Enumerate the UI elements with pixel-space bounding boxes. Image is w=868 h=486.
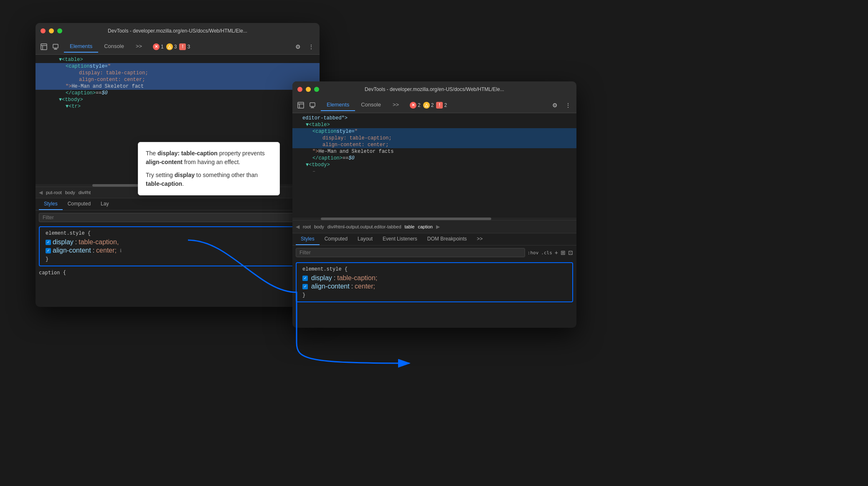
- breadcrumb-2: ◀ root body div#html-output.output.edito…: [292, 220, 576, 233]
- tab-console-1[interactable]: Console: [98, 40, 130, 53]
- svg-rect-3: [53, 44, 58, 48]
- warning-count-1: 3: [174, 44, 177, 50]
- exp-p2-post: to something other than: [195, 172, 258, 178]
- breadcrumb-item-div[interactable]: div#ht: [77, 189, 92, 196]
- breadcrumb-back-2[interactable]: ◀: [296, 224, 299, 230]
- titlebar-1: DevTools - developer.mozilla.org/en-US/d…: [36, 23, 320, 39]
- warning-icon-1: △: [166, 43, 173, 50]
- window-title-1: DevTools - developer.mozilla.org/en-US/d…: [108, 28, 247, 34]
- filter-hov[interactable]: :hov: [528, 250, 539, 256]
- filter-box[interactable]: ⊡: [568, 249, 573, 256]
- panel-tab-more-2[interactable]: >>: [472, 233, 488, 245]
- css-rule-selector-1: element.style {: [42, 229, 313, 238]
- info-count-2: 2: [444, 102, 447, 108]
- css-prop-display-2: display : table-caption;: [299, 274, 570, 282]
- html-line-tr: ▼<tr>: [36, 103, 320, 110]
- info-icon-1: !: [179, 43, 186, 50]
- checkbox-display-2[interactable]: [302, 276, 308, 281]
- device-icon-2[interactable]: [307, 100, 317, 110]
- css-prop-display-1: display : table-caption,: [42, 238, 313, 246]
- badges-1: ✕ 1 △ 3 ! 3: [153, 43, 190, 50]
- breadcrumb-body-2[interactable]: body: [312, 223, 326, 230]
- exp-p1-post: property prevents: [218, 150, 265, 157]
- html-line2-tbody: ▼<tbody>: [292, 162, 576, 168]
- minimize-button-1[interactable]: [49, 28, 54, 33]
- minimize-button-2[interactable]: [306, 87, 311, 92]
- checkbox-align-2[interactable]: [302, 284, 308, 289]
- html-line-display: display: table-caption;: [36, 70, 320, 76]
- breadcrumb-table-2[interactable]: table: [403, 223, 416, 230]
- titlebar-2: DevTools - developer.mozilla.org/en-US/d…: [292, 81, 576, 97]
- devtools-window-2: DevTools - developer.mozilla.org/en-US/d…: [292, 81, 576, 328]
- panel-tab-styles-2[interactable]: Styles: [296, 233, 320, 245]
- html-line2-display: display: table-caption;: [292, 135, 576, 142]
- toolbar-2: Elements Console >> ✕ 2 △ 2 ! 2 ⚙ ⋮: [292, 97, 576, 113]
- maximize-button-1[interactable]: [57, 28, 62, 33]
- exp-p1-pre: The: [146, 150, 157, 157]
- filter-input-1[interactable]: [39, 213, 316, 222]
- tab-more-2[interactable]: >>: [387, 99, 405, 111]
- filter-grid[interactable]: ⊞: [561, 249, 566, 256]
- svg-rect-0: [41, 44, 47, 50]
- filter-add[interactable]: +: [555, 249, 558, 256]
- tab-elements-2[interactable]: Elements: [321, 99, 355, 111]
- html-line-table: ▼<table>: [36, 56, 320, 63]
- filter-bar-1: [36, 210, 320, 225]
- breadcrumb-item-body[interactable]: body: [63, 189, 77, 196]
- html-line-caption-open: <caption style= ": [36, 63, 320, 70]
- panel-tab-event-2[interactable]: Event Listeners: [378, 233, 422, 245]
- breadcrumb-div-2[interactable]: div#html-output.output.editor-tabbed: [326, 223, 403, 230]
- checkbox-display-1[interactable]: [46, 240, 51, 245]
- scrollbar-thumb-2[interactable]: [321, 218, 491, 220]
- inspector-icon[interactable]: [39, 42, 49, 52]
- checkbox-align-1[interactable]: [46, 248, 51, 253]
- maximize-button-2[interactable]: [314, 87, 319, 92]
- gear-icon-2[interactable]: ⚙: [550, 100, 560, 110]
- html-line-align: align-content: center;: [36, 76, 320, 83]
- panel-tab-dom-2[interactable]: DOM Breakpoints: [422, 233, 472, 245]
- html-line2-dash: –: [292, 168, 576, 175]
- breadcrumb-back-1[interactable]: ◀: [39, 190, 43, 195]
- panel-tab-computed-2[interactable]: Computed: [320, 233, 353, 245]
- filter-input-2[interactable]: [296, 248, 525, 257]
- html-panel-2: editor-tabbed"> ▼<table> <caption style=…: [292, 113, 576, 218]
- exp-p1-end: from having an effect.: [183, 159, 240, 165]
- toolbar-right-1: ⚙ ⋮: [293, 42, 316, 52]
- panel-tab-styles-1[interactable]: Styles: [39, 198, 63, 210]
- breadcrumb-forward-2[interactable]: ▶: [436, 224, 440, 230]
- panel-tab-computed-1[interactable]: Computed: [63, 198, 96, 210]
- error-badge-1: ✕ 1: [153, 43, 164, 50]
- breadcrumb-root-2[interactable]: root: [301, 223, 312, 230]
- tab-list-1: Elements Console >>: [64, 40, 148, 53]
- window-title-2: DevTools - developer.mozilla.org/en-US/d…: [365, 86, 504, 92]
- warning-badge-2: △ 2: [423, 102, 434, 109]
- tab-console-2[interactable]: Console: [355, 99, 387, 111]
- tab-more-1[interactable]: >>: [130, 40, 148, 53]
- html-line2-table: ▼<table>: [292, 122, 576, 128]
- panel-tab-layout-1[interactable]: Lay: [96, 198, 114, 210]
- explanation-p2: Try setting display to something other t…: [146, 171, 272, 188]
- breadcrumb-item-putroot[interactable]: put-root: [44, 189, 63, 196]
- html-line2-editor: editor-tabbed">: [292, 115, 576, 122]
- exp-p2-end: .: [182, 180, 184, 187]
- css-prop-align-2: align-content : center;: [299, 282, 570, 291]
- error-icon-2: ✕: [410, 102, 416, 109]
- info-badge-2: ! 2: [436, 102, 447, 109]
- close-button-1[interactable]: [41, 28, 46, 33]
- breadcrumb-caption-2[interactable]: caption: [416, 223, 434, 230]
- bottom-panel-2: Styles Computed Layout Event Listeners D…: [292, 233, 576, 305]
- panel-tab-layout-2[interactable]: Layout: [353, 233, 378, 245]
- close-button-2[interactable]: [297, 87, 302, 92]
- info-count-1: 3: [187, 44, 190, 50]
- filter-cls[interactable]: .cls: [541, 250, 552, 256]
- device-icon[interactable]: [51, 42, 61, 52]
- more-icon-2[interactable]: ⋮: [563, 100, 573, 110]
- exp-p1-bold1: display: table-caption: [157, 150, 218, 157]
- tab-elements-1[interactable]: Elements: [64, 40, 98, 53]
- scrollbar-2[interactable]: [292, 218, 576, 220]
- css-prop-align-1: align-content : center; ℹ: [42, 246, 313, 255]
- explanation-tooltip: The display: table-caption property prev…: [138, 142, 280, 195]
- gear-icon-1[interactable]: ⚙: [293, 42, 303, 52]
- more-icon-1[interactable]: ⋮: [306, 42, 316, 52]
- inspector-icon-2[interactable]: [296, 100, 306, 110]
